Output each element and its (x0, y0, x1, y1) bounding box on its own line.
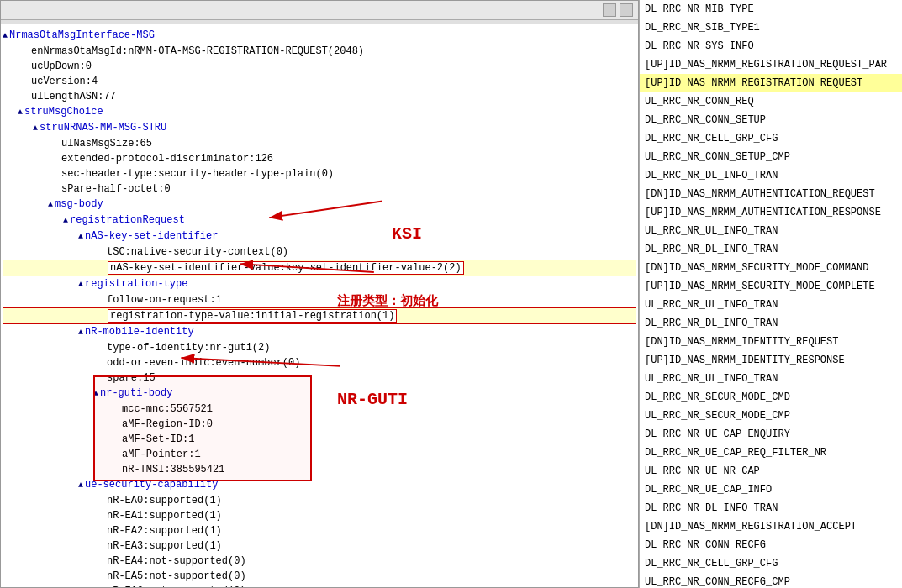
right-panel-item[interactable]: [UP]ID_NAS_NRMM_REGISTRATION_REQUEST_PAR (640, 55, 902, 74)
tree-line[interactable]: aMF-Pointer:1 (3, 447, 636, 462)
expand-icon[interactable]: ▲ (33, 123, 38, 133)
tree-line-text: struNRNAS-MM-MSG-STRU (40, 122, 166, 134)
tree-line[interactable]: nR-EA4:not-supported(0) (3, 554, 636, 569)
right-panel-item[interactable]: DL_RRC_NR_UE_CAP_ENQUIRY (640, 425, 902, 444)
tree-line[interactable]: ucUpDown:0 (3, 59, 636, 74)
expand-icon[interactable]: ▲ (78, 232, 83, 241)
right-panel-item[interactable]: DL_RRC_NR_DL_INFO_TRAN (640, 499, 902, 517)
tree-line[interactable]: aMF-Region-ID:0 (3, 417, 636, 432)
tree-line[interactable]: ▲struMsgChoice (3, 104, 636, 120)
tree-line[interactable]: tSC:native-security-context(0) (3, 244, 636, 260)
tree-line-text: registrationRequest (70, 214, 185, 226)
right-panel-item[interactable]: DL_RRC_NR_CELL_GRP_CFG (640, 129, 902, 148)
tree-line-text: sPare-half-octet:0 (61, 183, 171, 195)
tree-line[interactable]: ▲registration-type (3, 276, 636, 292)
right-panel-item[interactable]: [UP]ID_NAS_NRMM_AUTHENTICATION_RESPONSE (640, 203, 902, 222)
tree-container[interactable]: ▲NrmasOtaMsgInterface-MSGenNrmasOtaMsgId… (1, 24, 638, 587)
tree-line[interactable]: ulNasMsgSize:65 (3, 136, 636, 151)
tree-line[interactable]: ucVersion:4 (3, 74, 636, 89)
right-panel-item[interactable]: [DN]ID_NAS_NRMM_AUTHENTICATION_REQUEST (640, 185, 902, 203)
tree-line[interactable]: ulLengthASN:77 (3, 89, 636, 104)
tree-line[interactable]: nR-EA3:supported(1) (3, 538, 636, 554)
right-panel-item[interactable]: DL_RRC_NR_UE_CAP_INFO (640, 480, 902, 499)
tree-line[interactable]: follow-on-request:1 (3, 292, 636, 307)
tree-line[interactable]: nR-EA6:not-supported(0) (3, 584, 636, 587)
right-panel-item[interactable]: DL_RRC_NR_DL_INFO_TRAN (640, 240, 902, 259)
tree-line-text: follow-on-request:1 (107, 294, 222, 306)
tree-line[interactable]: registration-type-value:initial-registra… (3, 307, 636, 324)
tree-line-text: ue-security-capability (85, 479, 218, 491)
tree-line-text: type-of-identity:nr-guti(2) (107, 342, 270, 354)
right-panel-item[interactable]: [DN]ID_NAS_NRMM_SECURITY_MODE_COMMAND (640, 259, 902, 277)
right-panel-item[interactable]: UL_RRC_NR_CONN_SETUP_CMP (640, 148, 902, 166)
tree-line[interactable]: nR-EA1:supported(1) (3, 508, 636, 523)
tree-line-text: ucVersion:4 (31, 76, 98, 87)
right-panel-item[interactable]: DL_RRC_NR_DL_INFO_TRAN (640, 166, 902, 185)
tree-line[interactable]: spare:15 (3, 370, 636, 386)
tree-line-text: nR-EA4:not-supported(0) (107, 555, 246, 567)
tree-line[interactable]: sPare-half-octet:0 (3, 181, 636, 197)
tree-line-text: nAS-key-set-identifier-value:key-set-ide… (108, 261, 464, 275)
tree-line[interactable]: extended-protocol-discriminator:126 (3, 151, 636, 166)
expand-icon[interactable]: ▲ (18, 108, 23, 117)
title-bar (1, 1, 638, 20)
expand-icon[interactable]: ▲ (78, 280, 83, 289)
right-panel[interactable]: DL_RRC_NR_MIB_TYPEDL_RRC_NR_SIB_TYPE1DL_… (639, 0, 902, 588)
right-panel-item[interactable]: [DN]ID_NAS_NRMM_IDENTITY_REQUEST (640, 333, 902, 351)
tree-line[interactable]: enNrmasOtaMsgId:nRMM-OTA-MSG-REGISTRATIO… (3, 44, 636, 59)
right-panel-item[interactable]: UL_RRC_NR_UL_INFO_TRAN (640, 370, 902, 388)
right-panel-item[interactable]: DL_RRC_NR_SYS_INFO (640, 37, 902, 55)
right-panel-item[interactable]: DL_RRC_NR_SIB_TYPE1 (640, 18, 902, 37)
tree-line[interactable]: nR-EA0:supported(1) (3, 493, 636, 508)
right-panel-item[interactable]: [UP]ID_NAS_NRMM_SECURITY_MODE_COMPLETE (640, 277, 902, 296)
tree-line-text: enNrmasOtaMsgId:nRMM-OTA-MSG-REGISTRATIO… (31, 45, 364, 57)
right-panel-item[interactable]: UL_RRC_NR_UE_NR_CAP (640, 462, 902, 480)
right-panel-item[interactable]: DL_RRC_NR_SECUR_MODE_CMD (640, 388, 902, 407)
tree-line[interactable]: ▲struNRNAS-MM-MSG-STRU (3, 120, 636, 136)
tree-line[interactable]: ▲nAS-key-set-identifier (3, 228, 636, 244)
tree-line[interactable]: ▲registrationRequest (3, 213, 636, 228)
expand-icon[interactable]: ▲ (93, 389, 98, 398)
tree-line-text: nR-EA3:supported(1) (107, 540, 222, 552)
right-panel-item[interactable]: [UP]ID_NAS_NRMM_IDENTITY_RESPONSE (640, 351, 902, 370)
tree-line[interactable]: odd-or-even-indic:even-number(0) (3, 355, 636, 370)
expand-icon[interactable]: ▲ (3, 31, 8, 40)
right-panel-item[interactable]: DL_RRC_NR_CELL_GRP_CFG (640, 554, 902, 573)
tree-line[interactable]: mcc-mnc:5567521 (3, 402, 636, 417)
tree-line[interactable]: type-of-identity:nr-guti(2) (3, 340, 636, 355)
right-panel-item[interactable]: UL_RRC_NR_UL_INFO_TRAN (640, 222, 902, 240)
tree-line[interactable]: nAS-key-set-identifier-value:key-set-ide… (3, 260, 636, 276)
right-panel-item[interactable]: [UP]ID_NAS_NRMM_REGISTRATION_REQUEST (640, 74, 902, 92)
right-panel-item[interactable]: DL_RRC_NR_MIB_TYPE (640, 0, 902, 18)
right-panel-item[interactable]: UL_RRC_NR_CONN_REQ (640, 92, 902, 111)
tree-line[interactable]: ▲nr-guti-body (3, 386, 636, 402)
expand-icon[interactable]: ▲ (48, 200, 53, 209)
tree-line[interactable]: ▲msg-body (3, 197, 636, 213)
tree-line[interactable]: nR-TMSI:385595421 (3, 462, 636, 477)
right-panel-item[interactable]: DL_RRC_NR_CONN_RECFG (640, 536, 902, 554)
tree-content: ▲NrmasOtaMsgInterface-MSGenNrmasOtaMsgId… (3, 28, 636, 587)
right-panel-item[interactable]: DL_RRC_NR_UE_CAP_REQ_FILTER_NR (640, 444, 902, 462)
tree-line[interactable]: nR-EA2:supported(1) (3, 523, 636, 538)
tree-line[interactable]: aMF-Set-ID:1 (3, 432, 636, 447)
right-panel-item[interactable]: UL_RRC_NR_UL_INFO_TRAN (640, 296, 902, 314)
left-panel: ▲NrmasOtaMsgInterface-MSGenNrmasOtaMsgId… (0, 0, 639, 588)
expand-icon[interactable]: ▲ (63, 216, 68, 225)
tree-line[interactable]: ▲ue-security-capability (3, 477, 636, 493)
right-panel-item[interactable]: UL_RRC_NR_SECUR_MODE_CMP (640, 407, 902, 425)
right-panel-item[interactable]: DL_RRC_NR_CONN_SETUP (640, 111, 902, 129)
close-button[interactable] (620, 3, 633, 17)
expand-icon[interactable]: ▲ (78, 328, 83, 337)
tree-line-text: aMF-Pointer:1 (122, 449, 201, 460)
right-panel-item[interactable]: DL_RRC_NR_DL_INFO_TRAN (640, 314, 902, 333)
tree-line[interactable]: nR-EA5:not-supported(0) (3, 569, 636, 584)
tree-line-text: registration-type (85, 278, 187, 290)
right-panel-item[interactable]: [DN]ID_NAS_NRMM_REGISTRATION_ACCEPT (640, 517, 902, 536)
tree-line[interactable]: ▲NrmasOtaMsgInterface-MSG (3, 28, 636, 44)
expand-icon[interactable]: ▲ (78, 480, 83, 490)
tree-line[interactable]: sec-header-type:security-header-type-pla… (3, 166, 636, 181)
tree-line[interactable]: ▲nR-mobile-identity (3, 324, 636, 340)
tree-line-text: nR-EA1:supported(1) (107, 510, 222, 522)
maximize-button[interactable] (603, 3, 616, 17)
right-panel-item[interactable]: UL_RRC_NR_CONN_RECFG_CMP (640, 573, 902, 588)
